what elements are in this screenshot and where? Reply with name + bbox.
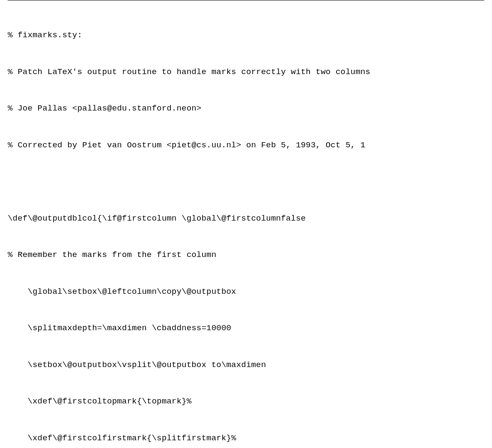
code-line: \def\@outputdblcol{\if@firstcolumn \glob… xyxy=(8,212,484,225)
code-line: \global\setbox\@leftcolumn\copy\@outputb… xyxy=(8,286,484,298)
code-line: \splitmaxdepth=\maxdimen \cbaddness=1000… xyxy=(8,322,484,335)
code-line: % Corrected by Piet van Oostrum <piet@cs… xyxy=(8,139,484,152)
code-line: % Remember the marks from the first colu… xyxy=(8,249,484,261)
code-line: % fixmarks.sty: xyxy=(8,29,484,42)
code-line: \xdef\@firstcolfirstmark{\splitfirstmark… xyxy=(8,432,484,445)
document-page: % fixmarks.sty: % Patch LaTeX's output r… xyxy=(0,0,492,448)
code-line: \xdef\@firstcoltopmark{\topmark}% xyxy=(8,395,484,408)
code-line: \setbox\@outputbox\vsplit\@outputbox to\… xyxy=(8,359,484,371)
code-line: % Patch LaTeX's output routine to handle… xyxy=(8,66,484,78)
code-line: % Joe Pallas <pallas@edu.stanford.neon> xyxy=(8,102,484,115)
code-listing: % fixmarks.sty: % Patch LaTeX's output r… xyxy=(0,0,492,448)
code-line xyxy=(8,176,484,188)
